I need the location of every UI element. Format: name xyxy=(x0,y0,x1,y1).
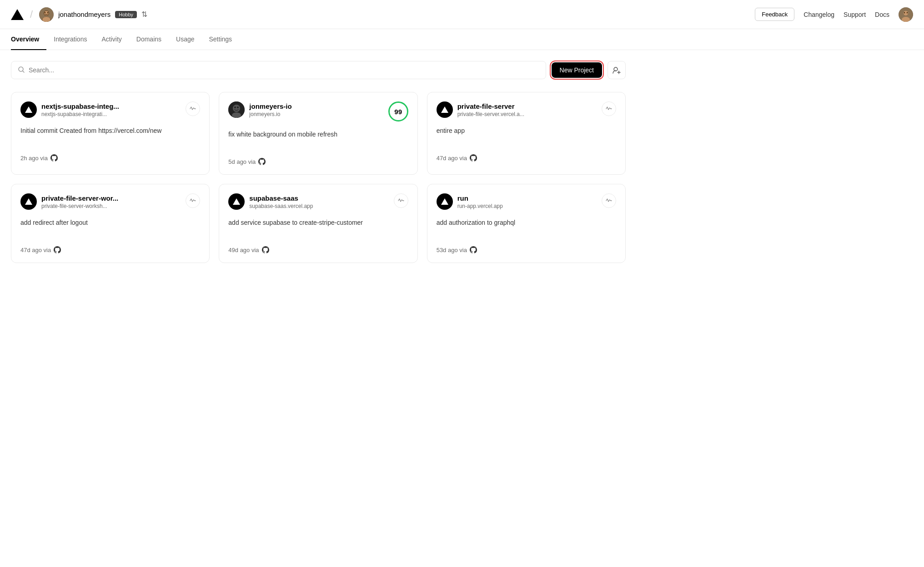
card-footer: 47d ago via xyxy=(437,154,616,162)
project-name-wrap: jonmeyers-io jonmeyers.io xyxy=(249,102,291,117)
svg-point-21 xyxy=(232,112,241,118)
projects-grid: nextjs-supabase-integ... nextjs-supabase… xyxy=(11,92,626,263)
nav-right: Feedback Changelog Support Docs xyxy=(755,7,913,22)
project-icon xyxy=(228,193,245,210)
activity-button[interactable] xyxy=(186,101,200,116)
user-avatar[interactable] xyxy=(39,7,54,22)
time-label: 2h ago via xyxy=(20,155,48,162)
card-commit: add service supabase to create-stripe-cu… xyxy=(228,218,408,238)
search-wrapper xyxy=(11,61,546,79)
time-label: 47d ago via xyxy=(20,247,51,253)
tab-overview[interactable]: Overview xyxy=(11,29,46,50)
project-icon xyxy=(437,101,453,118)
search-input[interactable] xyxy=(29,66,539,74)
svg-point-19 xyxy=(234,106,236,108)
card-title-section: run run-app.vercel.app xyxy=(437,193,503,210)
card-title-section: supabase-saas supabase-saas.vercel.app xyxy=(228,193,313,210)
github-icon xyxy=(470,246,477,253)
username-label: jonathondmeyers xyxy=(58,10,110,18)
svg-line-13 xyxy=(23,71,24,72)
card-header: private-file-server private-file-server.… xyxy=(437,101,616,118)
card-header: run run-app.vercel.app xyxy=(437,193,616,210)
github-icon xyxy=(262,246,269,253)
card-commit: fix white background on mobile refresh xyxy=(228,130,408,150)
project-card-jonmeyers-io[interactable]: jonmeyers-io jonmeyers.io 99 fix white b… xyxy=(219,92,417,175)
project-icon xyxy=(437,193,453,210)
project-card-run[interactable]: run run-app.vercel.app add authorization… xyxy=(427,184,626,263)
activity-button[interactable] xyxy=(602,193,616,208)
project-icon xyxy=(20,101,37,118)
invite-team-button[interactable] xyxy=(608,61,626,79)
project-url: jonmeyers.io xyxy=(249,111,291,117)
time-label: 47d ago via xyxy=(437,155,467,162)
project-url: private-file-server-worksh... xyxy=(41,203,118,209)
tab-domains[interactable]: Domains xyxy=(129,29,169,50)
github-icon xyxy=(50,154,58,162)
activity-button[interactable] xyxy=(394,193,408,208)
vercel-logo-icon[interactable] xyxy=(11,9,24,20)
project-name-wrap: run run-app.vercel.app xyxy=(457,194,503,209)
card-footer: 49d ago via xyxy=(228,246,408,253)
time-label: 53d ago via xyxy=(437,247,467,253)
changelog-link[interactable]: Changelog xyxy=(803,11,834,18)
project-card-private-file-server[interactable]: private-file-server private-file-server.… xyxy=(427,92,626,175)
project-icon xyxy=(228,101,245,118)
project-name-wrap: supabase-saas supabase-saas.vercel.app xyxy=(249,194,313,209)
project-card-private-file-server-wor[interactable]: private-file-server-wor... private-file-… xyxy=(11,184,210,263)
card-commit: add authorization to graphql xyxy=(437,218,616,238)
card-commit: Initial commit Created from https://verc… xyxy=(20,126,200,146)
card-title-section: jonmeyers-io jonmeyers.io xyxy=(228,101,291,118)
card-header: jonmeyers-io jonmeyers.io 99 xyxy=(228,101,408,122)
svg-point-18 xyxy=(233,105,240,112)
project-url: supabase-saas.vercel.app xyxy=(249,203,313,209)
time-label: 49d ago via xyxy=(228,247,259,253)
top-nav: / jonathondmeyers Hobby ⇅ Feedback Chang… xyxy=(0,0,924,29)
card-header: nextjs-supabase-integ... nextjs-supabase… xyxy=(20,101,200,118)
card-commit: add redirect after logout xyxy=(20,218,200,238)
project-card-nextjs-supabase[interactable]: nextjs-supabase-integ... nextjs-supabase… xyxy=(11,92,210,175)
search-row: New Project xyxy=(11,61,626,79)
plan-badge: Hobby xyxy=(115,11,137,18)
project-name: private-file-server-wor... xyxy=(41,194,118,202)
account-switcher-icon[interactable]: ⇅ xyxy=(141,10,147,19)
project-card-supabase-saas[interactable]: supabase-saas supabase-saas.vercel.app a… xyxy=(219,184,417,263)
nav-left: / jonathondmeyers Hobby ⇅ xyxy=(11,7,755,22)
project-name: nextjs-supabase-integ... xyxy=(41,102,119,110)
card-title-section: private-file-server private-file-server.… xyxy=(437,101,524,118)
project-name: jonmeyers-io xyxy=(249,102,291,110)
tab-usage[interactable]: Usage xyxy=(169,29,201,50)
tabs-bar: Overview Integrations Activity Domains U… xyxy=(0,29,924,50)
docs-link[interactable]: Docs xyxy=(875,11,889,18)
card-title-section: private-file-server-wor... private-file-… xyxy=(20,193,118,210)
card-footer: 2h ago via xyxy=(20,154,200,162)
card-footer: 5d ago via xyxy=(228,158,408,165)
card-footer: 47d ago via xyxy=(20,246,200,253)
svg-point-11 xyxy=(907,12,908,13)
card-header: supabase-saas supabase-saas.vercel.app xyxy=(228,193,408,210)
nav-separator: / xyxy=(30,10,33,20)
time-label: 5d ago via xyxy=(228,158,256,165)
new-project-button[interactable]: New Project xyxy=(552,62,602,78)
activity-button[interactable] xyxy=(186,193,200,208)
tab-activity[interactable]: Activity xyxy=(94,29,129,50)
main-content: New Project nextjs-supabase-integ... xyxy=(0,50,637,274)
svg-point-5 xyxy=(45,12,45,13)
github-icon xyxy=(54,246,61,253)
project-url: run-app.vercel.app xyxy=(457,203,503,209)
github-icon xyxy=(470,154,477,162)
project-name-wrap: private-file-server-wor... private-file-… xyxy=(41,194,118,209)
project-name: supabase-saas xyxy=(249,194,313,202)
project-name-wrap: private-file-server private-file-server.… xyxy=(457,102,524,117)
card-footer: 53d ago via xyxy=(437,246,616,253)
nav-user-avatar[interactable] xyxy=(899,7,913,22)
project-name: run xyxy=(457,194,503,202)
tab-integrations[interactable]: Integrations xyxy=(46,29,94,50)
project-icon xyxy=(20,193,37,210)
activity-button[interactable] xyxy=(602,101,616,116)
project-url: private-file-server.vercel.a... xyxy=(457,111,524,117)
card-commit: entire app xyxy=(437,126,616,146)
tab-settings[interactable]: Settings xyxy=(202,29,240,50)
support-link[interactable]: Support xyxy=(844,11,866,18)
svg-point-6 xyxy=(47,12,48,13)
feedback-button[interactable]: Feedback xyxy=(755,8,794,21)
